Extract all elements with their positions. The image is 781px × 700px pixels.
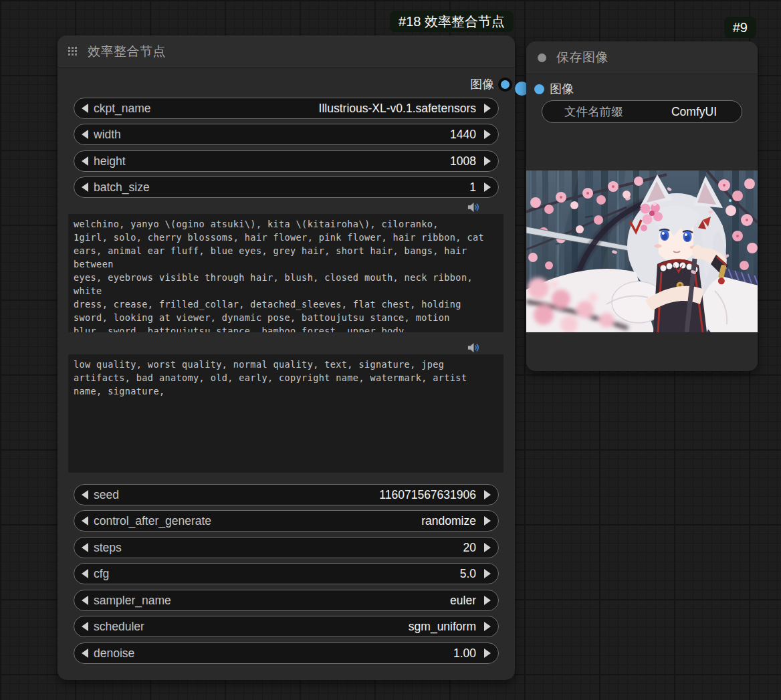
widget-label: batch_size (94, 181, 150, 195)
decrement-arrow-icon[interactable] (82, 516, 88, 526)
decrement-arrow-icon[interactable] (82, 543, 88, 552)
save-image-node[interactable]: 保存图像 图像 文件名前缀 ComfyUI (526, 41, 758, 371)
widget-label: 文件名前缀 (564, 104, 623, 120)
node-title: 保存图像 (556, 49, 608, 66)
decrement-arrow-icon[interactable] (82, 183, 88, 192)
widget-value: 1.00 (453, 647, 476, 661)
efficiency-node-header[interactable]: 效率整合节点 (58, 35, 515, 68)
widget-label: control_after_generate (94, 514, 211, 528)
decrement-arrow-icon[interactable] (82, 490, 88, 499)
widget-label: sampler_name (94, 594, 171, 608)
widget-label: height (94, 154, 126, 168)
image-output-label: 图像 (470, 76, 494, 92)
save-image-node-header[interactable]: 保存图像 (526, 41, 758, 74)
widget-value: 1440 (450, 128, 476, 142)
speaker-icon[interactable] (467, 342, 479, 353)
widget-value: 20 (463, 541, 476, 555)
widget-label: cfg (94, 567, 109, 581)
increment-arrow-icon[interactable] (484, 516, 491, 526)
collapse-dot-icon[interactable] (538, 53, 546, 62)
increment-arrow-icon[interactable] (484, 156, 491, 166)
image-input-label: 图像 (550, 81, 574, 97)
positive-prompt-textarea[interactable]: welchino, yanyo \(ogino atsuki\), kita \… (68, 214, 504, 332)
widget-value: Illustrious-XL-v0.1.safetensors (319, 102, 476, 116)
grid-handle-icon[interactable] (68, 47, 78, 56)
widget-batch-size[interactable]: batch_size 1 (74, 177, 499, 198)
increment-arrow-icon[interactable] (484, 183, 491, 192)
widget-filename-prefix[interactable]: 文件名前缀 ComfyUI (542, 100, 742, 123)
increment-arrow-icon[interactable] (484, 569, 491, 578)
speaker-icon[interactable] (467, 202, 479, 213)
widget-value: 1 (469, 181, 476, 195)
decrement-arrow-icon[interactable] (82, 596, 88, 605)
decrement-arrow-icon[interactable] (82, 104, 88, 113)
preview-image (526, 170, 758, 332)
widget-denoise[interactable]: denoise 1.00 (74, 643, 499, 664)
node-badge-9: #9 (724, 17, 756, 38)
node-title: 效率整合节点 (88, 43, 166, 60)
decrement-arrow-icon[interactable] (82, 156, 88, 166)
widget-label: denoise (94, 647, 134, 661)
widget-steps[interactable]: steps 20 (74, 537, 499, 558)
decrement-arrow-icon[interactable] (82, 622, 88, 631)
widget-scheduler[interactable]: scheduler sgm_uniform (74, 616, 499, 637)
node-badge-18: #18 效率整合节点 (390, 11, 514, 32)
increment-arrow-icon[interactable] (484, 596, 491, 605)
widget-value: sgm_uniform (409, 620, 476, 634)
increment-arrow-icon[interactable] (484, 649, 491, 658)
widget-height[interactable]: height 1008 (74, 150, 499, 172)
decrement-arrow-icon[interactable] (82, 569, 88, 578)
widget-label: scheduler (94, 620, 144, 634)
widget-label: steps (94, 541, 122, 555)
widget-value: 5.0 (460, 567, 476, 581)
widget-value: 1008 (450, 154, 476, 168)
widget-ckpt-name[interactable]: ckpt_name Illustrious-XL-v0.1.safetensor… (74, 98, 499, 119)
widget-sampler-name[interactable]: sampler_name euler (74, 590, 499, 611)
widget-label: seed (94, 488, 119, 502)
decrement-arrow-icon[interactable] (82, 130, 88, 139)
decrement-arrow-icon[interactable] (82, 649, 88, 658)
node-graph-canvas[interactable]: #18 效率整合节点 #9 效率整合节点 图像 ckpt_name Illust… (0, 0, 781, 700)
widget-seed[interactable]: seed 116071567631906 (74, 484, 499, 505)
increment-arrow-icon[interactable] (484, 622, 491, 631)
efficiency-node[interactable]: 效率整合节点 图像 ckpt_name Illustrious-XL-v0.1.… (58, 35, 515, 680)
widget-value: ComfyUI (671, 105, 717, 119)
widget-label: ckpt_name (94, 102, 151, 116)
increment-arrow-icon[interactable] (484, 104, 491, 113)
increment-arrow-icon[interactable] (484, 130, 491, 139)
widget-label: width (94, 128, 121, 142)
image-output-port[interactable] (501, 80, 510, 89)
widget-value: euler (450, 594, 476, 608)
negative-prompt-textarea[interactable]: low quality, worst quality, normal quali… (68, 354, 504, 473)
widget-cfg[interactable]: cfg 5.0 (74, 563, 499, 584)
widget-value: 116071567631906 (379, 488, 476, 502)
increment-arrow-icon[interactable] (484, 543, 491, 552)
widget-control-after-generate[interactable]: control_after_generate randomize (74, 510, 499, 532)
image-input-port[interactable] (534, 84, 544, 94)
increment-arrow-icon[interactable] (484, 490, 491, 499)
widget-width[interactable]: width 1440 (74, 124, 499, 145)
widget-value: randomize (421, 514, 476, 528)
